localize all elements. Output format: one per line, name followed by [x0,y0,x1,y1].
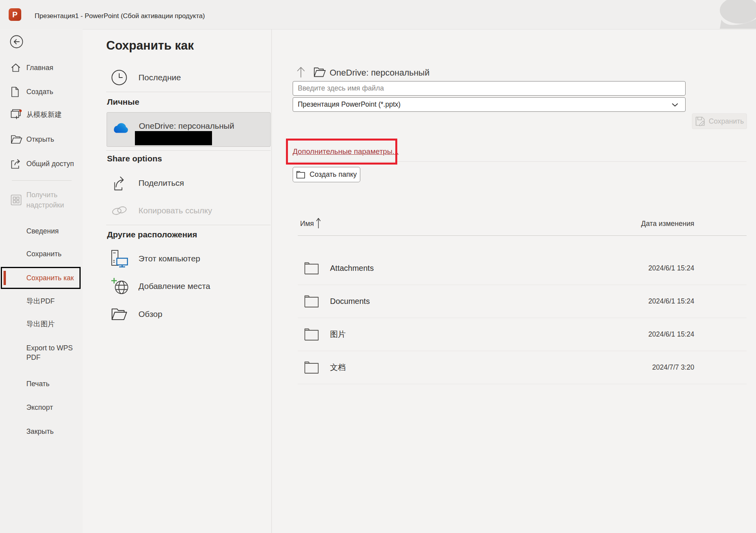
section-heading-share-options: Share options [107,154,162,163]
back-button[interactable] [10,35,23,48]
more-options-link[interactable]: Дополнительные параметры... [293,147,398,156]
folder-date: 2024/6/1 15:24 [648,330,694,339]
computer-icon [111,250,129,268]
panel-divider [106,150,271,151]
sidebar-item-get-addins[interactable]: Получить надстройки [0,188,83,212]
sort-ascending-icon [316,217,321,229]
sidebar-item-export-wps-pdf[interactable]: Export to WPS PDF [0,341,83,365]
panel-divider [106,225,271,225]
add-place-item[interactable]: Добавление места [107,275,271,297]
selection-accent-bar [4,271,6,285]
list-header-divider [298,235,747,236]
open-folder-icon [11,135,22,144]
new-document-icon [11,87,19,97]
folder-date: 2024/6/1 15:24 [648,297,694,305]
chevron-down-icon [672,103,678,107]
page-title: Сохранить как [106,39,194,53]
sidebar-item-export-image[interactable]: 导出图片 [0,315,83,333]
column-header-name[interactable]: Имя [300,220,314,228]
save-floppy-icon [695,116,705,126]
link-icon [111,204,128,218]
globe-plus-icon [111,277,129,295]
account-avatar[interactable] [697,0,756,29]
sidebar-item-new-from-template[interactable]: 从模板新建 [0,106,83,123]
sidebar-item-export-pdf[interactable]: 导出PDF [0,292,83,310]
section-heading-other-locations: Другие расположения [107,230,197,239]
recent-item[interactable]: Последние [107,67,271,89]
options-divider [293,161,747,162]
folder-icon [304,328,319,341]
folder-name: 图片 [330,329,346,340]
sidebar-item-close[interactable]: Закрыть [0,423,83,440]
folder-date: 2024/6/1 15:24 [648,264,694,272]
folder-icon [304,262,319,275]
onedrive-location-selected[interactable]: OneDrive: персональный [107,112,271,147]
home-icon [11,63,21,73]
folder-icon [304,361,319,374]
share-icon [11,159,21,169]
up-one-level-icon[interactable] [296,66,306,78]
folder-name: 文档 [330,362,346,373]
sidebar-divider [12,180,72,181]
save-button[interactable]: Сохранить [692,113,747,129]
panel-separator [271,29,272,533]
addins-grid-icon [11,194,22,205]
new-folder-icon [296,171,305,179]
folder-icon [304,295,319,308]
clock-icon [111,69,127,86]
copy-link-item-disabled[interactable]: Копировать ссылку [107,200,271,222]
save-button-label: Сохранить [709,117,744,126]
sidebar-item-save-as-selected[interactable]: Сохранить как [1,267,81,289]
sidebar-item-share[interactable]: Общий доступ [0,155,83,172]
powerpoint-app-icon: P [9,8,21,21]
file-type-value: Презентация PowerPoint (*.pptx) [298,100,400,109]
breadcrumb-folder-icon [313,67,326,78]
breadcrumb[interactable]: OneDrive: персональный [330,68,430,78]
onedrive-label: OneDrive: персональный [139,121,234,131]
file-type-select[interactable]: Презентация PowerPoint (*.pptx) [293,97,686,112]
backstage-sidebar: Главная Создать 从模板新建 Открыть [0,29,83,533]
folder-name: Documents [330,297,370,306]
template-new-icon [11,109,22,120]
new-folder-label: Создать папку [310,170,357,179]
title-bar: P Презентация1 - PowerPoint (Сбой актива… [0,0,756,30]
sidebar-item-home[interactable]: Главная [0,59,83,76]
folder-row[interactable]: Attachments 2024/6/1 15:24 [298,252,747,285]
section-heading-personal: Личные [107,97,139,107]
folder-row[interactable]: 文档 2024/7/7 3:20 [298,351,747,384]
sidebar-item-new[interactable]: Создать [0,83,83,100]
share-arrow-icon [111,175,127,191]
folder-name: Attachments [330,264,374,273]
browse-item[interactable]: Обзор [107,303,271,325]
folder-date: 2024/7/7 3:20 [652,363,694,372]
sidebar-item-save[interactable]: Сохранить [0,245,83,263]
sidebar-item-info[interactable]: Сведения [0,222,83,240]
sidebar-item-export[interactable]: Экспорт [0,399,83,416]
redaction-bar [135,131,212,145]
folder-row[interactable]: 图片 2024/6/1 15:24 [298,318,747,351]
browse-folder-icon [111,307,127,321]
share-item[interactable]: Поделиться [107,172,271,194]
new-folder-button[interactable]: Создать папку [293,167,360,182]
panel-divider [106,92,271,92]
filename-input[interactable] [293,81,686,96]
window-title: Презентация1 - PowerPoint (Сбой активаци… [35,12,205,20]
column-header-date-modified[interactable]: Дата изменения [641,220,694,228]
folder-row[interactable]: Documents 2024/6/1 15:24 [298,285,747,318]
onedrive-cloud-icon [111,122,129,136]
sidebar-item-print[interactable]: Печать [0,375,83,392]
this-pc-item[interactable]: Этот компьютер [107,248,271,270]
sidebar-item-open[interactable]: Открыть [0,131,83,148]
